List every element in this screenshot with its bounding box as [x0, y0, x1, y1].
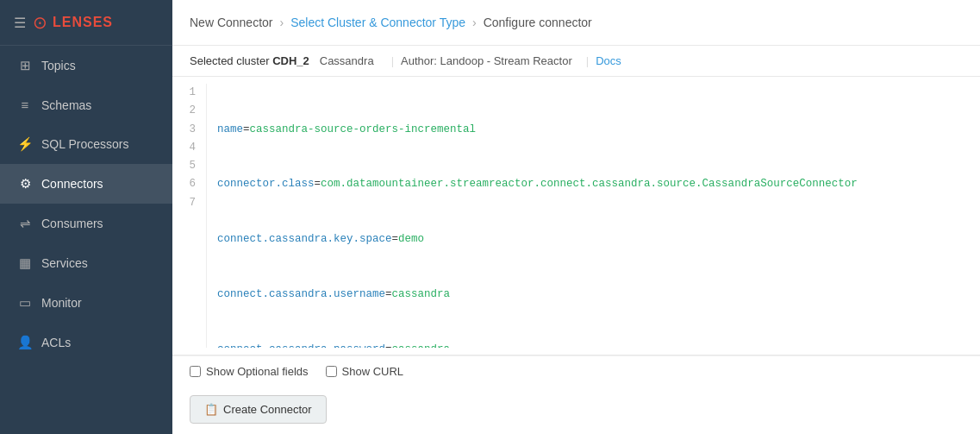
- main-content: New Connector › Select Cluster & Connect…: [172, 0, 980, 434]
- sidebar: ☰ ⊙ LENSES ⊞ Topics ≡ Schemas ⚡ SQL Proc…: [0, 0, 172, 434]
- sidebar-item-acls[interactable]: 👤 ACLs: [0, 323, 172, 362]
- sidebar-item-sql-processors[interactable]: ⚡ SQL Processors: [0, 124, 172, 164]
- breadcrumb-step-2[interactable]: Select Cluster & Connector Type: [290, 16, 465, 29]
- checkboxes-row: Show Optional fields Show CURL: [172, 355, 980, 387]
- breadcrumb-step-1: New Connector: [190, 16, 273, 29]
- line-numbers: 1 2 3 4 5 6 7: [172, 84, 207, 348]
- cluster-bar: Selected cluster CDH_2 Cassandra | Autho…: [172, 46, 980, 77]
- create-button-container: 📋 Create Connector: [172, 387, 980, 434]
- bar-divider-2: |: [586, 54, 589, 67]
- docs-link[interactable]: Docs: [596, 54, 621, 67]
- show-curl-input[interactable]: [326, 366, 337, 377]
- connector-type: Cassandra: [320, 54, 374, 67]
- connectors-icon: ⚙: [17, 176, 33, 192]
- code-content[interactable]: 1 2 3 4 5 6 7 name=cassandra-source-orde…: [172, 77, 980, 355]
- services-icon: ▦: [17, 255, 33, 271]
- consumers-icon: ⇌: [17, 216, 33, 231]
- logo-text: LENSES: [53, 15, 113, 30]
- code-line-3: connect.cassandra.key.space=demo: [217, 230, 970, 248]
- show-optional-input[interactable]: [190, 366, 201, 377]
- schemas-icon: ≡: [17, 97, 33, 112]
- logo-container: ⊙ LENSES: [33, 12, 113, 33]
- show-optional-checkbox[interactable]: Show Optional fields: [190, 365, 309, 378]
- sidebar-item-services[interactable]: ▦ Services: [0, 243, 172, 283]
- breadcrumb-sep-2: ›: [472, 16, 477, 29]
- code-editor: 1 2 3 4 5 6 7 name=cassandra-source-orde…: [172, 77, 980, 355]
- code-line-1: name=cassandra-source-orders-incremental: [217, 121, 970, 139]
- sidebar-item-connectors[interactable]: ⚙ Connectors: [0, 164, 172, 204]
- create-connector-button[interactable]: 📋 Create Connector: [190, 395, 327, 424]
- code-line-2: connector.class=com.datamountaineer.stre…: [217, 175, 970, 193]
- sidebar-item-label: Services: [41, 256, 88, 270]
- show-curl-checkbox[interactable]: Show CURL: [326, 365, 404, 378]
- create-connector-label: Create Connector: [223, 403, 312, 416]
- breadcrumb: New Connector › Select Cluster & Connect…: [172, 0, 980, 46]
- sidebar-item-label: SQL Processors: [41, 137, 128, 151]
- logo-icon: ⊙: [33, 12, 47, 33]
- code-line-4: connect.cassandra.username=cassandra: [217, 286, 970, 304]
- sidebar-item-label: Schemas: [41, 98, 91, 112]
- sidebar-item-topics[interactable]: ⊞ Topics: [0, 46, 172, 85]
- sidebar-item-label: Consumers: [41, 217, 103, 230]
- code-lines[interactable]: name=cassandra-source-orders-incremental…: [207, 84, 980, 348]
- sidebar-item-schemas[interactable]: ≡ Schemas: [0, 85, 172, 124]
- sidebar-item-label: Monitor: [41, 296, 82, 310]
- author-label: Author: Landoop - Stream Reactor: [401, 54, 572, 67]
- create-icon: 📋: [204, 403, 218, 416]
- sidebar-header: ☰ ⊙ LENSES: [0, 0, 172, 46]
- show-optional-label: Show Optional fields: [206, 365, 309, 378]
- monitor-icon: ▭: [17, 295, 33, 311]
- code-line-5: connect.cassandra.password=cassandra: [217, 341, 970, 349]
- sql-icon: ⚡: [17, 136, 33, 152]
- sidebar-item-consumers[interactable]: ⇌ Consumers: [0, 204, 172, 243]
- bar-divider: |: [391, 54, 394, 67]
- acls-icon: 👤: [17, 335, 33, 350]
- cluster-prefix: Selected cluster: [190, 54, 270, 67]
- sidebar-item-label: ACLs: [41, 336, 71, 349]
- sidebar-item-monitor[interactable]: ▭ Monitor: [0, 283, 172, 323]
- sidebar-item-label: Topics: [41, 59, 76, 72]
- hamburger-icon[interactable]: ☰: [14, 15, 26, 31]
- show-curl-label: Show CURL: [342, 365, 404, 378]
- cluster-name: CDH_2: [272, 54, 309, 67]
- topics-icon: ⊞: [17, 58, 33, 73]
- breadcrumb-step-3: Configure connector: [484, 16, 592, 29]
- breadcrumb-sep-1: ›: [280, 16, 284, 29]
- sidebar-item-label: Connectors: [41, 177, 103, 191]
